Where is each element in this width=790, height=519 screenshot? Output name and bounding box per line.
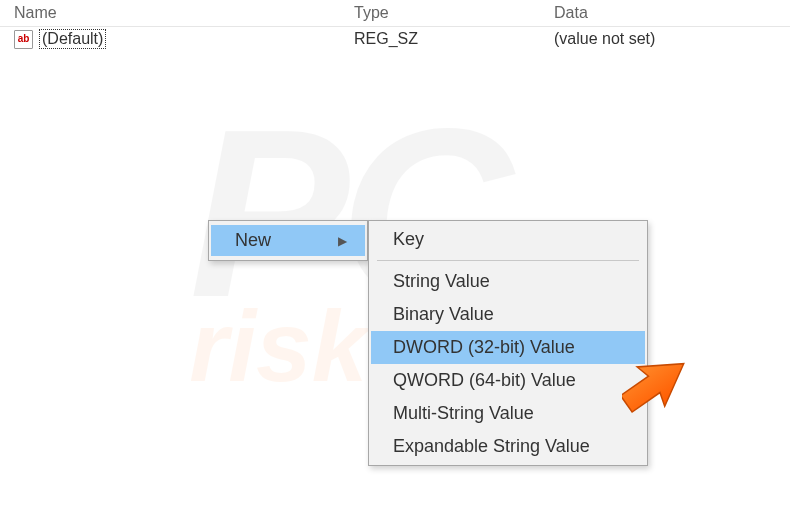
- submenu-item-label: DWORD (32-bit) Value: [393, 337, 575, 358]
- submenu-separator: [377, 260, 639, 261]
- column-type-header[interactable]: Type: [354, 4, 554, 22]
- submenu-item-label: String Value: [393, 271, 490, 292]
- submenu-item-qword64[interactable]: QWORD (64-bit) Value: [371, 364, 645, 397]
- submenu-arrow-icon: ▶: [338, 234, 347, 248]
- submenu-item-label: Expandable String Value: [393, 436, 590, 457]
- submenu-item-dword32[interactable]: DWORD (32-bit) Value: [371, 331, 645, 364]
- column-data-header[interactable]: Data: [554, 4, 790, 22]
- column-name-header[interactable]: Name: [14, 4, 354, 22]
- context-submenu-new[interactable]: Key String Value Binary Value DWORD (32-…: [368, 220, 648, 466]
- submenu-item-key[interactable]: Key: [371, 223, 645, 256]
- context-menu-item-new[interactable]: New ▶: [211, 225, 365, 256]
- value-data: (value not set): [554, 30, 790, 48]
- submenu-item-label: Key: [393, 229, 424, 250]
- submenu-item-label: Multi-String Value: [393, 403, 534, 424]
- submenu-item-string[interactable]: String Value: [371, 265, 645, 298]
- string-value-icon: ab: [14, 30, 33, 49]
- value-name[interactable]: (Default): [39, 29, 106, 49]
- submenu-item-expandable[interactable]: Expandable String Value: [371, 430, 645, 463]
- submenu-item-multistring[interactable]: Multi-String Value: [371, 397, 645, 430]
- submenu-item-label: Binary Value: [393, 304, 494, 325]
- context-menu[interactable]: New ▶: [208, 220, 368, 261]
- submenu-item-label: QWORD (64-bit) Value: [393, 370, 576, 391]
- value-type: REG_SZ: [354, 30, 554, 48]
- context-menu-item-label: New: [235, 230, 271, 251]
- column-headers: Name Type Data: [0, 0, 790, 27]
- value-row[interactable]: ab (Default) REG_SZ (value not set): [0, 27, 790, 51]
- submenu-item-binary[interactable]: Binary Value: [371, 298, 645, 331]
